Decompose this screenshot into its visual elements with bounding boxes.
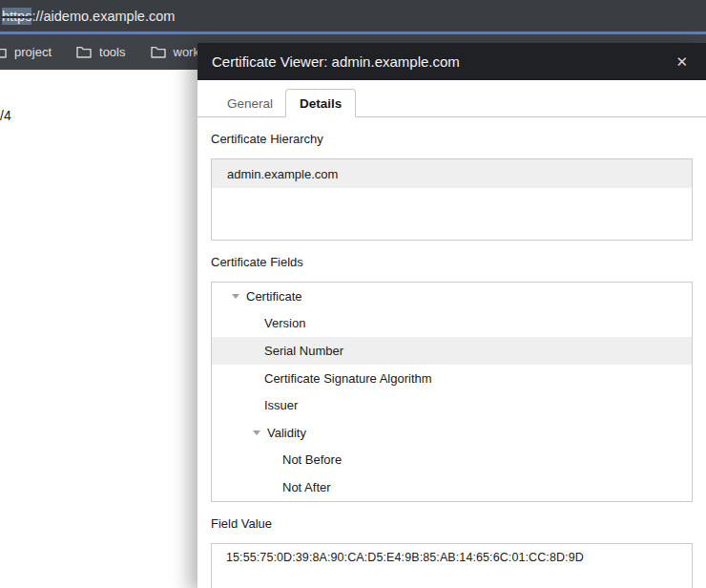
address-text[interactable]: https://aidemo.example.com	[0, 9, 175, 24]
dialog-header: Certificate Viewer: admin.example.com ✕	[197, 43, 706, 80]
bookmark-folder[interactable]: work	[151, 45, 199, 59]
field-value-panel: 15:55:75:0D:39:8A:90:CA:D5:E4:9B:85:AB:1…	[211, 543, 693, 588]
field-value-text[interactable]: 15:55:75:0D:39:8A:90:CA:D5:E4:9B:85:AB:1…	[212, 544, 692, 564]
certificate-viewer-dialog: Certificate Viewer: admin.example.com ✕ …	[197, 43, 706, 588]
certificate-field-row[interactable]: Version	[212, 310, 692, 338]
bookmark-label: project	[14, 45, 52, 59]
certificate-hierarchy-label: Certificate Hierarchy	[211, 132, 693, 146]
tab-details[interactable]: Details	[285, 89, 356, 117]
dialog-title: Certificate Viewer: admin.example.com	[212, 53, 460, 70]
field-row-label: Issuer	[264, 398, 298, 412]
dialog-body: Certificate Hierarchy admin.example.com …	[197, 132, 706, 588]
folder-icon	[151, 46, 166, 58]
url-bar[interactable]: https://aidemo.example.com	[0, 0, 706, 32]
certificate-hierarchy-panel: admin.example.com	[211, 158, 693, 241]
bookmark-label: tools	[99, 45, 125, 59]
field-row-label: Certificate Signature Algorithm	[264, 371, 432, 386]
certificate-field-row[interactable]: Not After	[212, 473, 692, 501]
close-icon[interactable]: ✕	[672, 52, 692, 71]
bookmark-folder[interactable]: tools	[76, 45, 125, 59]
certificate-fields-panel: Certificate Version Serial Number Certif…	[211, 282, 693, 502]
field-row-label: Serial Number	[264, 344, 343, 358]
field-row-label: Validity	[267, 426, 306, 440]
tab-general[interactable]: General	[215, 90, 285, 116]
folder-icon	[76, 46, 92, 58]
field-row-label: Not After	[282, 480, 331, 494]
certificate-fields-label: Certificate Fields	[211, 255, 693, 269]
bookmark-folder[interactable]: project	[0, 45, 52, 59]
field-row-label: Not Before	[282, 452, 342, 467]
certificate-field-row[interactable]: Issuer	[212, 391, 692, 419]
field-row-label: Certificate	[246, 289, 302, 304]
certificate-field-row[interactable]: Certificate	[212, 283, 692, 310]
hierarchy-row-label: admin.example.com	[227, 167, 338, 181]
collapse-caret-icon[interactable]	[232, 294, 239, 299]
field-row-label: Version	[264, 316, 305, 330]
certificate-field-row[interactable]: Validity	[212, 419, 692, 447]
certificate-field-row[interactable]: Serial Number	[212, 337, 692, 365]
url-scheme-struck: https	[2, 8, 31, 25]
folder-icon	[0, 46, 7, 58]
page-text-fragment: /4	[0, 108, 11, 123]
bookmark-label: work	[174, 45, 199, 59]
certificate-field-row[interactable]: Not Before	[212, 447, 692, 474]
certificate-field-row[interactable]: Certificate Signature Algorithm	[212, 365, 692, 392]
collapse-caret-icon[interactable]	[253, 430, 260, 435]
field-value-label: Field Value	[211, 516, 693, 531]
tab-bar: General Details	[197, 85, 706, 117]
browser-window: https://aidemo.example.com project tools…	[0, 0, 706, 588]
url-rest: ://aidemo.example.com	[31, 9, 175, 24]
hierarchy-row[interactable]: admin.example.com	[212, 159, 692, 188]
